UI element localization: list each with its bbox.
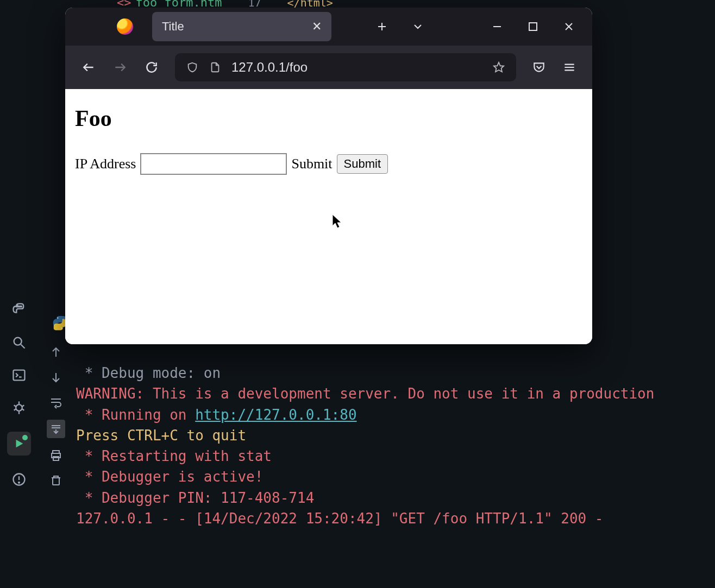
pocket-icon[interactable] <box>531 60 547 75</box>
svg-marker-40 <box>333 214 341 228</box>
svg-line-8 <box>14 405 16 406</box>
browser-window: Title ✕ 127.0.0.1/foo Foo <box>65 8 592 344</box>
nav-reload-icon[interactable] <box>143 59 160 75</box>
scroll-down-icon[interactable] <box>48 370 64 385</box>
window-close-icon[interactable] <box>562 20 576 34</box>
nav-forward-icon[interactable] <box>112 59 128 75</box>
svg-marker-36 <box>494 62 504 72</box>
new-tab-icon[interactable] <box>375 20 389 34</box>
page-heading: Foo <box>75 105 582 131</box>
window-minimize-icon[interactable] <box>490 20 504 34</box>
svg-line-2 <box>21 345 25 349</box>
terminal-output[interactable]: * Debug mode: on WARNING: This is a deve… <box>76 342 715 529</box>
svg-point-1 <box>14 338 22 345</box>
svg-marker-12 <box>16 440 23 448</box>
terminal-line: 127.0.0.1 - - [14/Dec/2022 15:20:42] "GE… <box>76 510 604 527</box>
terminal-line: WARNING: This is a development server. D… <box>76 385 654 402</box>
ip-address-label: IP Address <box>75 156 136 172</box>
bookmark-star-icon[interactable] <box>492 61 505 74</box>
shield-icon[interactable] <box>186 61 199 74</box>
url-bar[interactable]: 127.0.0.1/foo <box>175 53 516 81</box>
svg-point-5 <box>16 404 22 411</box>
ip-address-input[interactable] <box>140 153 287 175</box>
svg-point-17 <box>61 327 62 328</box>
scroll-up-icon[interactable] <box>48 345 64 360</box>
submit-label: Submit <box>291 156 332 172</box>
form-row: IP Address Submit Submit <box>75 153 582 175</box>
nav-back-icon[interactable] <box>80 59 97 75</box>
mouse-cursor-icon <box>331 214 343 229</box>
browser-tab[interactable]: Title ✕ <box>152 12 331 41</box>
browser-tabstrip: Title ✕ <box>65 8 592 46</box>
app-menu-icon[interactable] <box>562 60 577 75</box>
problems-tool-icon[interactable] <box>10 471 28 488</box>
python-tool-icon[interactable] <box>10 301 28 319</box>
terminal-line: * Debug mode: on <box>76 365 221 381</box>
page-content: Foo IP Address Submit Submit <box>65 89 592 344</box>
svg-point-0 <box>17 305 18 306</box>
print-icon[interactable] <box>48 448 64 463</box>
svg-line-9 <box>22 405 24 406</box>
all-tabs-dropdown-icon[interactable] <box>411 20 425 34</box>
terminal-line: * Restarting with stat <box>76 448 272 464</box>
svg-point-16 <box>57 318 58 319</box>
window-maximize-icon[interactable] <box>526 20 540 34</box>
svg-rect-3 <box>14 370 25 381</box>
terminal-line: Press CTRL+C to quit <box>76 427 246 444</box>
debug-tool-icon[interactable] <box>10 399 28 416</box>
terminal-line: * Debugger PIN: 117-408-714 <box>76 490 314 506</box>
svg-line-10 <box>14 409 16 410</box>
close-tab-icon[interactable]: ✕ <box>312 20 322 34</box>
search-icon[interactable] <box>10 334 28 351</box>
svg-rect-31 <box>529 23 537 30</box>
ide-left-gutter <box>0 0 38 588</box>
ide-run-tool-column <box>43 345 68 488</box>
trash-icon[interactable] <box>48 473 64 488</box>
svg-line-11 <box>22 409 24 410</box>
page-info-icon[interactable] <box>209 61 222 74</box>
browser-tab-title: Title <box>162 20 184 34</box>
svg-point-15 <box>18 482 20 483</box>
terminal-line: * Debugger is active! <box>76 469 263 485</box>
soft-wrap-icon[interactable] <box>48 395 64 410</box>
terminal-tool-icon[interactable] <box>10 366 28 384</box>
run-active-indicator-icon <box>22 435 28 440</box>
server-url-link[interactable]: http://127.0.0.1:80 <box>195 407 356 423</box>
browser-toolbar: 127.0.0.1/foo <box>65 46 592 89</box>
svg-rect-27 <box>53 478 59 485</box>
scroll-to-end-icon[interactable] <box>47 420 65 438</box>
terminal-line: * Running on http://127.0.0.1:80 <box>76 407 357 423</box>
url-text: 127.0.0.1/foo <box>231 60 482 75</box>
firefox-logo-icon[interactable] <box>117 18 133 35</box>
run-button[interactable] <box>7 432 31 456</box>
submit-button[interactable]: Submit <box>337 154 388 174</box>
